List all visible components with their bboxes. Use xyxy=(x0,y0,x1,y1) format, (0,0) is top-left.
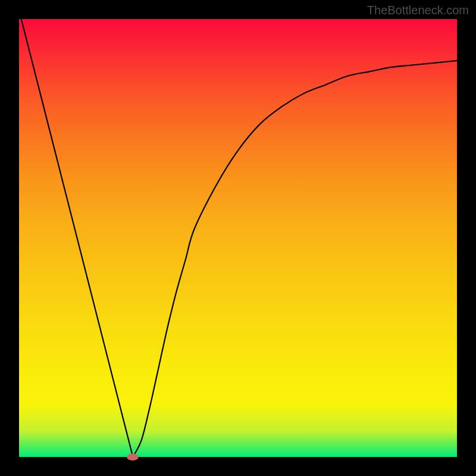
minimum-marker xyxy=(127,453,139,461)
watermark-text: TheBottleneck.com xyxy=(367,4,469,17)
chart-plot-area xyxy=(19,19,457,457)
bottleneck-curve xyxy=(19,19,457,457)
